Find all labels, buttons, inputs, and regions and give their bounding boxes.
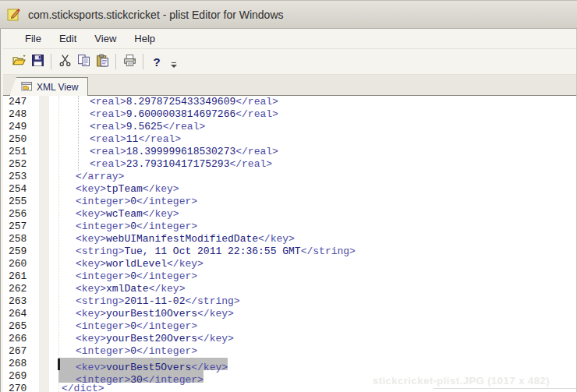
save-floppy-icon [31,54,44,69]
xml-editor[interactable]: 2472482492502512522532542552562572582592… [3,96,576,392]
print-button[interactable] [120,52,139,71]
code-line[interactable]: <string>2011-11-02</string> [39,295,576,308]
app-note-pencil-icon [6,7,22,23]
code-line[interactable]: <key>tpTeam</key> [39,183,576,196]
toolbar-separator [143,54,143,69]
code-line[interactable]: <key>yourBest10Overs</key> [39,308,576,320]
cut-button[interactable] [55,52,74,71]
xml-view-icon [21,80,33,94]
toolbar-separator [115,54,116,69]
code-line[interactable]: <key>yourBest5Overs</key> [39,358,576,370]
printer-icon [123,54,136,69]
title-bar: com.sticksports.stickcricket - plist Edi… [0,1,577,29]
text-caret [58,358,60,370]
line-number[interactable]: 270 [3,383,39,392]
code-line[interactable]: <integer>0</integer> [39,270,576,283]
line-number-gutter[interactable]: 2472482492502512522532542552562572582592… [3,96,39,392]
line-number[interactable]: 260 [3,258,39,270]
code-line[interactable]: <integer>0</integer> [39,196,576,208]
code-line[interactable]: <real>8.2978725433349609</real> [39,96,576,108]
line-number[interactable]: 251 [3,146,39,158]
toolbar-separator [51,54,51,69]
line-number[interactable]: 263 [3,295,39,308]
line-number[interactable]: 259 [3,245,39,258]
scissors-icon [58,54,72,69]
paste-button[interactable] [93,52,112,71]
code-line[interactable]: <real>23.79310417175293</real> [39,158,576,171]
menu-file[interactable]: File [17,30,49,47]
menu-help[interactable]: Help [126,30,163,47]
line-number[interactable]: 262 [3,283,39,295]
code-line[interactable]: <real>11</real> [39,133,576,146]
line-number[interactable]: 258 [3,233,39,245]
window-title: com.sticksports.stickcricket - plist Edi… [28,9,284,21]
tab-xml-view[interactable]: XML View [9,77,88,96]
line-number[interactable]: 265 [3,320,39,333]
code-line[interactable]: <integer>0</integer> [39,345,576,358]
plist-editor-window: com.sticksports.stickcricket - plist Edi… [0,0,577,392]
copy-pages-icon [77,54,90,69]
line-number[interactable]: 269 [3,370,39,383]
code-line[interactable]: <real>18.399999618530273</real> [39,146,576,158]
menu-bar: File Edit View Help [3,29,576,49]
code-line[interactable]: <string>Tue, 11 Oct 2011 22:36:55 GMT</s… [39,245,576,258]
line-number[interactable]: 249 [3,121,39,133]
line-number[interactable]: 267 [3,345,39,358]
code-line[interactable]: <integer>0</integer> [39,320,576,333]
line-number[interactable]: 250 [3,133,39,146]
copy-button[interactable] [74,52,93,71]
tab-bar: XML View [3,75,576,96]
code-line[interactable]: <real>9.6000003814697266</real> [39,108,576,121]
code-line[interactable]: <key>yourBest20Overs</key> [39,333,576,345]
code-line[interactable]: <integer>0</integer> [39,221,576,233]
line-number[interactable]: 248 [3,108,39,121]
code-line[interactable]: <real>9.5625</real> [39,121,576,133]
help-button[interactable]: ? [147,52,166,71]
open-button[interactable] [9,52,28,71]
line-number[interactable]: 266 [3,333,39,345]
menu-view[interactable]: View [87,30,124,47]
code-line[interactable]: <key>xmlDate</key> [39,283,576,295]
line-number[interactable]: 255 [3,196,39,208]
code-line[interactable]: <key>webUIManifestModifiedDate</key> [39,233,576,245]
line-number[interactable]: 256 [3,208,39,221]
line-number[interactable]: 253 [3,171,39,183]
line-number[interactable]: 261 [3,270,39,283]
code-line[interactable]: </array> [39,171,576,183]
toolbar: ? [3,49,576,75]
tab-label: XML View [37,82,78,93]
line-number[interactable]: 264 [3,308,39,320]
code-line[interactable]: <key>wcTeam</key> [39,208,576,221]
code-line[interactable]: <key>worldLevel</key> [39,258,576,270]
line-number[interactable]: 257 [3,221,39,233]
menu-edit[interactable]: Edit [51,30,84,47]
save-button[interactable] [28,52,47,71]
line-number[interactable]: 252 [3,158,39,171]
toolbar-options-chevron-icon[interactable] [171,62,177,68]
code-area[interactable]: <real>8.2978725433349609</real><real>9.6… [39,96,576,392]
client-area: File Edit View Help [0,29,577,392]
scrollbar-edge-line [434,388,576,389]
line-number[interactable]: 247 [3,96,39,108]
paste-clipboard-icon [96,54,109,69]
open-folder-icon [12,54,26,69]
line-number[interactable]: 268 [3,358,39,370]
question-mark-icon: ? [153,55,160,69]
line-number[interactable]: 254 [3,183,39,196]
watermark-text: stickcricket-plist.JPG (1017 x 482) [373,375,550,387]
